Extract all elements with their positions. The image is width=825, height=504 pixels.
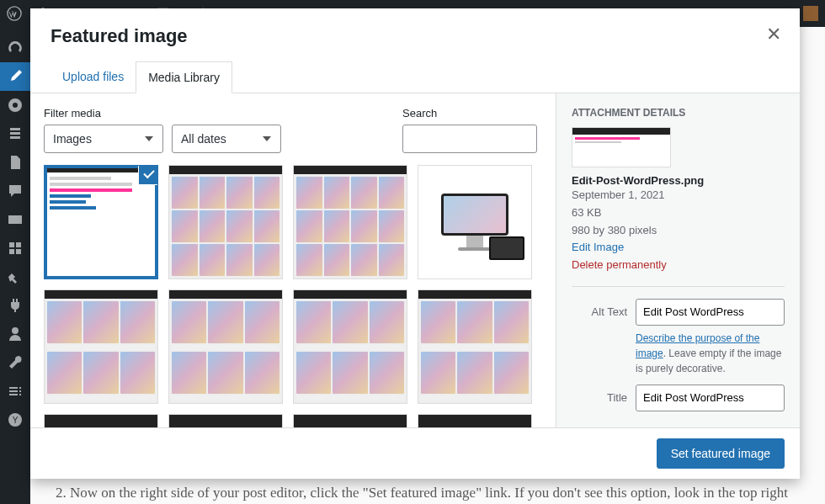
set-featured-image-button[interactable]: Set featured image xyxy=(657,438,785,469)
media-item[interactable] xyxy=(418,289,532,404)
media-item[interactable] xyxy=(293,165,407,279)
media-item[interactable] xyxy=(168,165,283,279)
tab-upload[interactable]: Upload files xyxy=(51,61,136,93)
filter-date-select[interactable]: All dates xyxy=(172,125,281,153)
tab-media-library[interactable]: Media Library xyxy=(136,61,232,93)
attachment-details: ATTACHMENT DETAILS Edit-Post-WordPress.p… xyxy=(556,93,800,427)
search-input[interactable] xyxy=(402,125,537,153)
filter-type-select[interactable]: Images xyxy=(44,125,163,153)
title-input[interactable] xyxy=(636,385,785,411)
edit-image-link[interactable]: Edit Image xyxy=(572,241,624,253)
alt-text-description: Describe the purpose of the image. Leave… xyxy=(636,331,785,376)
modal-footer: Set featured image xyxy=(30,427,800,479)
alt-text-input[interactable] xyxy=(636,299,785,326)
title-label: Title xyxy=(572,385,636,404)
media-item[interactable] xyxy=(168,289,283,404)
check-icon xyxy=(139,165,158,184)
alt-text-label: Alt Text xyxy=(572,299,636,318)
details-thumbnail xyxy=(572,127,671,167)
media-item[interactable] xyxy=(293,414,407,427)
details-heading: ATTACHMENT DETAILS xyxy=(572,107,785,119)
media-item[interactable] xyxy=(44,289,158,404)
media-item[interactable] xyxy=(418,414,532,427)
details-filename: Edit-Post-WordPress.png xyxy=(572,174,785,187)
media-browser: Filter media Images All dates Search xyxy=(30,93,556,427)
close-button[interactable]: ✕ xyxy=(758,19,790,50)
details-dimensions: 980 by 380 pixels xyxy=(572,222,785,240)
modal-title: Featured image xyxy=(51,25,780,47)
media-item[interactable] xyxy=(168,414,283,427)
media-grid xyxy=(44,165,546,427)
media-item[interactable] xyxy=(293,289,407,404)
media-item[interactable] xyxy=(418,165,532,279)
media-item[interactable] xyxy=(44,414,158,427)
details-size: 63 KB xyxy=(572,204,785,222)
modal-tabs: Upload files Media Library xyxy=(30,61,800,93)
details-date: September 1, 2021 xyxy=(572,187,785,204)
featured-image-modal: Featured image ✕ Upload files Media Libr… xyxy=(30,8,800,479)
media-item-selected[interactable] xyxy=(44,165,158,279)
filter-media-label: Filter media xyxy=(44,107,281,119)
delete-link[interactable]: Delete permanently xyxy=(572,258,667,271)
search-label: Search xyxy=(402,107,537,119)
